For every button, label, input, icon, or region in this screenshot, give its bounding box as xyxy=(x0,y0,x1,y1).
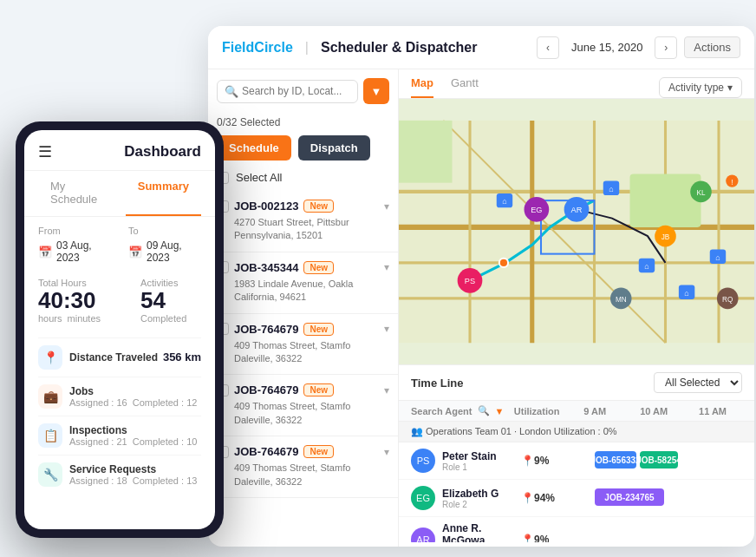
current-date: June 15, 2020 xyxy=(566,41,648,54)
svg-rect-0 xyxy=(399,121,754,343)
timeline-section: Time Line All Selected Search Agent 🔍 ▼ … xyxy=(399,364,754,547)
job-address: 409 Thomas Street, StamfoDaleville, 3632… xyxy=(217,339,389,366)
timeline-header: Time Line All Selected xyxy=(399,365,754,401)
svg-rect-34 xyxy=(710,250,726,264)
topbar-right: ‹ June 15, 2020 › Actions xyxy=(537,36,740,59)
job-list-item[interactable]: JOB-002123 New ▾ 4270 Stuart Street, Pit… xyxy=(208,191,398,252)
job-list-item[interactable]: JOB-764679 New ▾ 409 Thomas Street, Stam… xyxy=(208,436,398,498)
dispatch-button[interactable]: Dispatch xyxy=(298,135,370,161)
agent-row: EG Elizabeth G Role 2 📍 94% JOB-234765 xyxy=(399,480,754,517)
expand-icon[interactable]: ▾ xyxy=(384,446,389,458)
completed-sub: Completed xyxy=(140,313,186,324)
expand-icon[interactable]: ▾ xyxy=(384,384,389,396)
search-agent-label: Search Agent xyxy=(411,406,472,416)
expand-icon[interactable]: ▾ xyxy=(384,261,389,273)
job-new-badge: New xyxy=(303,323,334,336)
svg-rect-13 xyxy=(399,121,453,183)
agent-avatar: PS xyxy=(411,449,435,473)
svg-rect-30 xyxy=(603,181,619,195)
svg-rect-12 xyxy=(630,174,701,227)
job-address: 409 Thomas Street, StamfoDaleville, 3632… xyxy=(217,462,389,488)
hamburger-icon[interactable]: ☰ xyxy=(38,142,52,161)
cal-to-icon: 📅 xyxy=(128,246,142,259)
hours-sub: hoursminutes xyxy=(38,313,106,324)
svg-text:⌂: ⌂ xyxy=(715,253,720,262)
svg-text:PS: PS xyxy=(465,277,475,285)
timeline-title: Time Line xyxy=(411,377,463,390)
svg-text:RQ: RQ xyxy=(722,296,733,304)
svg-line-10 xyxy=(443,121,665,343)
all-selected-dropdown[interactable]: All Selected xyxy=(654,372,742,393)
svg-text:KL: KL xyxy=(696,189,705,197)
location-icon: 📍 xyxy=(520,454,534,468)
service-requests-metric-row: 🔧 Service Requests Assigned : 18 Complet… xyxy=(38,455,201,494)
mobile-metrics: 📍 Distance Traveled 356 km 💼 Jobs Assign… xyxy=(24,332,215,499)
inspections-icon: 📋 xyxy=(38,423,62,448)
agent-rows: 👥 Operations Team 01 · London Utilizatio… xyxy=(399,422,754,542)
expand-icon[interactable]: ▾ xyxy=(384,200,389,213)
utilization-header: Utilization xyxy=(514,406,565,416)
service-requests-detail: Assigned : 18 Completed : 13 xyxy=(69,475,197,486)
timeline-filter: All Selected xyxy=(654,372,742,393)
job-list-item[interactable]: JOB-764679 New ▾ 409 Thomas Street, Stam… xyxy=(208,375,398,436)
agent-role: Role 2 xyxy=(442,500,520,509)
mobile-dashboard-card: ☰ Dashboard My Schedule Summary From 📅 0… xyxy=(16,121,224,538)
mobile-dashboard-title: Dashboard xyxy=(124,143,201,161)
svg-text:AR: AR xyxy=(571,206,583,214)
time-col-9am: 9 AM xyxy=(565,406,624,416)
job-list-item[interactable]: JOB-764679 New ▾ 409 Thomas Street, Stam… xyxy=(208,314,398,376)
expand-icon[interactable]: ▾ xyxy=(384,323,389,335)
date-to-block: To 📅 09 Aug, 2023 xyxy=(128,226,201,264)
job-bar[interactable]: JOB-58254 xyxy=(640,451,678,469)
action-buttons: Schedule Dispatch xyxy=(208,135,398,167)
svg-text:EG: EG xyxy=(531,206,542,214)
filter-button[interactable]: ▼ xyxy=(363,78,389,104)
schedule-button[interactable]: Schedule xyxy=(217,135,291,161)
agent-row: PS Peter Stain Role 1 📍 9% JOB-656332JOB… xyxy=(399,442,754,480)
svg-text:!: ! xyxy=(731,179,733,187)
utilization-pct: 9% xyxy=(534,534,595,543)
agent-search-icon: 🔍 xyxy=(478,405,490,416)
search-icon: 🔍 xyxy=(225,85,238,98)
agent-name: Anne R. McGowa xyxy=(442,522,520,542)
svg-text:⌂: ⌂ xyxy=(644,262,649,271)
job-id: JOB-002123 xyxy=(234,200,298,213)
time-col-10am: 10 AM xyxy=(624,406,683,416)
search-box[interactable]: 🔍 xyxy=(217,80,358,103)
distance-label: Distance Traveled xyxy=(69,351,158,364)
tab-map[interactable]: Map xyxy=(411,76,433,98)
activity-type-button[interactable]: Activity type ▾ xyxy=(659,77,742,98)
job-address: 1983 Lindale Avenue, OaklaCalifornia, 94… xyxy=(217,278,389,305)
svg-text:⌂: ⌂ xyxy=(609,185,614,193)
distance-metric-row: 📍 Distance Traveled 356 km xyxy=(38,337,201,377)
prev-date-button[interactable]: ‹ xyxy=(537,36,559,59)
agent-name: Peter Stain xyxy=(442,450,520,462)
service-requests-icon: 🔧 xyxy=(38,462,62,487)
map-tab-bar: Map Gantt Activity type ▾ xyxy=(399,69,754,99)
job-bar[interactable]: JOB-656332 xyxy=(595,451,636,469)
next-date-button[interactable]: › xyxy=(655,36,677,59)
agent-role: Role 1 xyxy=(442,462,520,472)
inspections-label: Inspections xyxy=(69,424,197,436)
job-address: 409 Thomas Street, StamfoDaleville, 3632… xyxy=(217,400,389,427)
agent-header-row: Search Agent 🔍 ▼ Utilization 9 AM 10 AM … xyxy=(399,401,754,422)
timeline-bar-area: JOB-234765 xyxy=(595,485,742,511)
job-id: JOB-345344 xyxy=(234,261,298,274)
search-input[interactable] xyxy=(242,85,350,97)
tab-my-schedule[interactable]: My Schedule xyxy=(38,171,126,216)
tab-summary[interactable]: Summary xyxy=(126,171,201,216)
inspections-detail: Assigned : 21 Completed : 10 xyxy=(69,436,197,447)
job-list-item[interactable]: JOB-345344 New ▾ 1983 Lindale Avenue, Oa… xyxy=(208,252,398,314)
svg-point-26 xyxy=(717,288,739,310)
date-from-block: From 📅 03 Aug, 2023 xyxy=(38,226,111,264)
svg-text:MN: MN xyxy=(616,296,627,304)
date-from-value: 03 Aug, 2023 xyxy=(56,239,111,264)
mobile-dates: From 📅 03 Aug, 2023 To 📅 09 Aug, 2023 xyxy=(24,217,215,272)
actions-button[interactable]: Actions xyxy=(684,36,740,58)
svg-point-14 xyxy=(458,268,483,293)
job-bar[interactable]: JOB-234765 xyxy=(595,488,664,506)
brand-name: FieldCircle xyxy=(222,40,293,56)
job-sidebar: 🔍 ▼ 0/32 Selected Schedule Dispatch Sele… xyxy=(208,69,399,547)
tab-gantt[interactable]: Gantt xyxy=(451,76,479,98)
jobs-detail: Assigned : 16 Completed : 12 xyxy=(69,397,197,408)
